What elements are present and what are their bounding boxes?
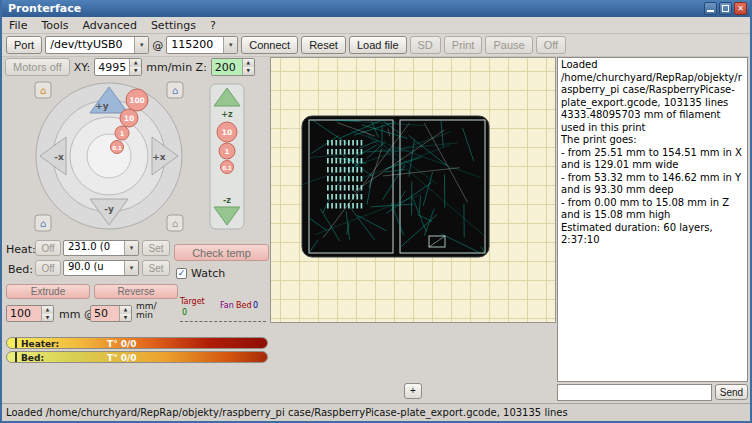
z-step-1-badge[interactable]: 1 [219,143,235,159]
status-bar: Loaded /home/churchyard/RepRap/objekty/r… [2,403,750,421]
heater-gauge-label: Heater: [21,339,59,349]
reverse-button[interactable]: Reverse [94,284,178,299]
port-combo[interactable]: /dev/ttyUSB0 ▾ [45,36,149,54]
plus-x-label: +x [152,152,166,162]
minus-x-label: -x [54,152,64,162]
xy-feedrate-input[interactable] [95,59,129,75]
spin-down-icon[interactable]: ▼ [120,314,131,322]
menu-advanced[interactable]: Advanced [76,18,144,33]
graph-bed-value: 0 [253,302,258,310]
send-button[interactable]: Send [715,384,748,400]
zoom-in-button[interactable]: + [404,383,422,399]
home-icon: ⌂ [40,85,46,96]
graph-axis [180,321,266,322]
step-100-badge[interactable]: 100 [126,89,148,111]
step-1-badge[interactable]: 1 [115,126,129,140]
gcode-viewer[interactable] [270,57,556,323]
z-step-01-badge[interactable]: 0.1 [221,161,234,174]
menu-file[interactable]: File [2,18,34,33]
temperature-graph: Target 0 Fan Bed 0 [178,289,270,333]
z-step-10-badge[interactable]: 10 [217,122,237,142]
extrude-speed-stepper[interactable]: ▲▼ [90,305,132,322]
port-button[interactable]: Port [6,36,42,54]
home-icon: ⌂ [40,218,46,229]
control-panel: Motors off XY: ▲▼ mm/min Z: ▲▼ +y -y [2,57,270,403]
extrude-button[interactable]: Extrude [6,284,90,299]
close-button[interactable]: ✕ [734,2,747,15]
check-temp-button[interactable]: Check temp [174,244,269,261]
spin-down-icon[interactable]: ▼ [243,67,254,75]
motors-off-button[interactable]: Motors off [5,58,70,76]
svg-text:10: 10 [124,114,134,123]
xy-feed-label: XY: [74,61,91,74]
extrude-length-stepper[interactable]: ▲▼ [6,305,54,322]
home-top-left-button[interactable]: ⌂ [35,82,51,98]
menu-help[interactable]: ? [203,18,223,33]
bed-gauge: Bed: T° 0/0 [6,351,268,363]
heater-off-button[interactable]: Off [35,240,61,256]
command-input[interactable] [557,384,712,401]
step-01-badge[interactable]: 0.1 [111,141,124,154]
spin-down-icon[interactable]: ▼ [130,67,141,75]
send-row: Send [557,384,748,401]
heater-temp-combo[interactable]: 231.0 (0 ▾ [63,240,139,256]
graph-target-label: Target [180,298,205,306]
baud-combo[interactable]: 115200 ▾ [166,36,238,54]
spin-up-icon[interactable]: ▲ [42,306,53,314]
heater-set-button[interactable]: Set [142,240,170,256]
chevron-down-icon[interactable]: ▾ [134,37,148,53]
home-bottom-right-button[interactable]: ⌂ [167,215,183,231]
step-10-badge[interactable]: 10 [120,109,138,127]
port-value: /dev/ttyUSB0 [46,37,134,53]
pause-button[interactable]: Pause [485,36,532,54]
bed-gauge-value: T° 0/0 [107,353,137,363]
chevron-down-icon[interactable]: ▾ [124,241,138,255]
spin-up-icon[interactable]: ▲ [130,59,141,67]
svg-text:1: 1 [120,130,125,138]
graph-fan-label: Fan [220,302,234,310]
bed-gauge-label: Bed: [21,353,44,363]
home-bottom-left-button[interactable]: ⌂ [35,215,51,231]
svg-text:10: 10 [222,128,232,137]
chevron-down-icon[interactable]: ▾ [124,261,138,275]
menu-tools[interactable]: Tools [34,18,75,33]
z-feedrate-input[interactable] [212,59,242,75]
spin-up-icon[interactable]: ▲ [120,306,131,314]
sd-button[interactable]: SD [410,36,441,54]
minimize-button[interactable] [704,2,717,15]
watch-label: Watch [191,267,225,280]
connection-toolbar: Port /dev/ttyUSB0 ▾ @ 115200 ▾ Connect R… [2,34,750,57]
log-output[interactable]: Loaded /home/churchyard/RepRap/objekty/r… [557,57,748,382]
print-button[interactable]: Print [444,36,483,54]
extrude-length-input[interactable] [7,306,41,321]
heat-label: Heat: [6,243,36,256]
watch-checkbox[interactable]: ✓ [176,268,187,279]
bed-off-button[interactable]: Off [35,260,61,276]
load-file-button[interactable]: Load file [349,36,407,54]
at-label: @ [152,39,163,52]
bed-temp-value: 90.0 (u [64,261,124,275]
reset-button[interactable]: Reset [301,36,346,54]
spin-up-icon[interactable]: ▲ [243,59,254,67]
bed-temp-combo[interactable]: 90.0 (u ▾ [63,260,139,276]
maximize-button[interactable] [719,2,732,15]
minus-y-label: -y [104,204,114,214]
z-feedrate-stepper[interactable]: ▲▼ [211,58,255,76]
print-plate [302,116,489,257]
jog-ring-01[interactable] [87,134,131,178]
spin-down-icon[interactable]: ▼ [42,314,53,322]
titlebar[interactable]: Pronterface ✕ [2,0,750,17]
menu-settings[interactable]: Settings [144,18,203,33]
minus-z-label: -z [223,196,231,205]
xy-feedrate-stepper[interactable]: ▲▼ [94,58,142,76]
home-top-right-button[interactable]: ⌂ [167,82,183,98]
off-button[interactable]: Off [536,36,566,54]
bed-set-button[interactable]: Set [142,260,170,276]
jog-controls: +y -y -x +x ⌂ ⌂ ⌂ ⌂ [32,79,250,234]
feedrate-row: Motors off XY: ▲▼ mm/min Z: ▲▼ [5,58,255,76]
chevron-down-icon[interactable]: ▾ [223,37,237,53]
bed-label: Bed: [8,263,33,276]
extrude-speed-input[interactable] [91,306,119,321]
bed-gauge-marker [15,352,17,363]
connect-button[interactable]: Connect [241,36,298,54]
